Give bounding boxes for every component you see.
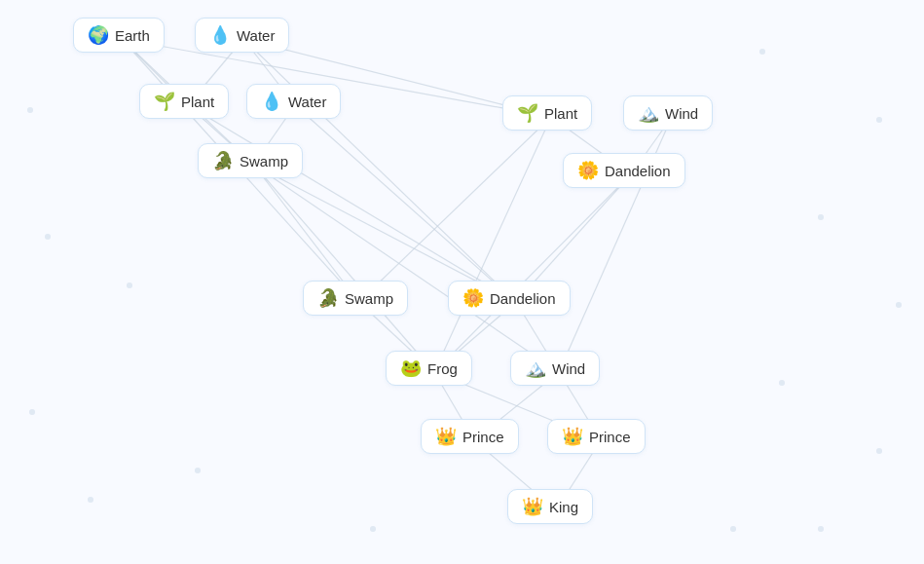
icon-water1: 💧 (209, 26, 231, 44)
svg-line-29 (434, 174, 631, 372)
label-frog: Frog (427, 360, 458, 377)
label-prince2: Prince (589, 429, 631, 445)
label-water1: Water (237, 27, 275, 44)
label-king: King (549, 499, 578, 515)
decorative-dot-13 (370, 526, 376, 532)
svg-line-11 (359, 117, 552, 302)
decorative-dot-10 (779, 380, 785, 386)
decorative-dot-1 (45, 234, 51, 240)
decorative-dot-9 (896, 302, 902, 308)
icon-king: 👑 (522, 498, 543, 515)
node-prince2: 👑Prince (547, 419, 646, 454)
node-water2: 💧Water (246, 84, 341, 119)
icon-earth: 🌍 (88, 26, 109, 44)
node-water1: 💧Water (195, 18, 289, 53)
label-swamp1: Swamp (240, 153, 288, 169)
node-wind2: 🏔️Wind (510, 351, 600, 386)
icon-dandelion1: 🌼 (577, 162, 599, 179)
label-swamp2: Swamp (345, 290, 393, 307)
decorative-dot-5 (195, 468, 201, 473)
label-wind1: Wind (665, 105, 698, 122)
node-dandelion1: 🌼Dandelion (563, 153, 685, 188)
icon-wind1: 🏔️ (638, 104, 659, 122)
icon-water2: 💧 (261, 93, 282, 110)
decorative-dot-8 (818, 214, 824, 220)
node-earth: 🌍Earth (73, 18, 165, 53)
node-dandelion2: 🌼Dandelion (448, 281, 571, 316)
svg-line-9 (188, 105, 516, 302)
label-prince1: Prince (462, 429, 504, 445)
svg-line-28 (434, 117, 551, 372)
icon-plant2: 🌱 (517, 104, 538, 122)
svg-line-15 (254, 165, 435, 372)
label-dandelion2: Dandelion (490, 290, 556, 307)
node-wind1: 🏔️Wind (623, 95, 713, 131)
node-swamp1: 🐊Swamp (198, 143, 303, 178)
icon-prince1: 👑 (435, 428, 457, 445)
decorative-dot-2 (127, 282, 132, 288)
node-swamp2: 🐊Swamp (303, 281, 408, 316)
label-wind2: Wind (552, 360, 585, 377)
decorative-dot-7 (876, 117, 882, 123)
node-frog: 🐸Frog (386, 351, 472, 386)
icon-swamp1: 🐊 (212, 152, 234, 169)
node-plant1: 🌱Plant (139, 84, 229, 119)
decorative-dot-0 (27, 107, 33, 113)
label-dandelion1: Dandelion (605, 163, 671, 179)
label-water2: Water (288, 94, 326, 110)
decorative-dot-11 (876, 448, 882, 454)
node-king: 👑King (507, 489, 593, 524)
icon-plant1: 🌱 (154, 93, 175, 110)
label-plant2: Plant (544, 105, 577, 122)
icon-swamp2: 🐊 (317, 289, 339, 307)
icon-dandelion2: 🌼 (462, 289, 484, 307)
decorative-dot-12 (818, 526, 824, 532)
decorative-dot-14 (730, 526, 736, 532)
icon-wind2: 🏔️ (525, 359, 546, 377)
decorative-dot-6 (759, 49, 765, 55)
decorative-dot-4 (88, 497, 93, 503)
node-prince1: 👑Prince (421, 419, 519, 454)
icon-prince2: 👑 (562, 428, 583, 445)
label-earth: Earth (115, 27, 150, 44)
node-plant2: 🌱Plant (502, 95, 592, 131)
svg-line-31 (254, 165, 560, 372)
label-plant1: Plant (181, 94, 214, 110)
icon-frog: 🐸 (400, 359, 422, 377)
decorative-dot-3 (29, 409, 35, 415)
svg-line-8 (295, 105, 516, 302)
